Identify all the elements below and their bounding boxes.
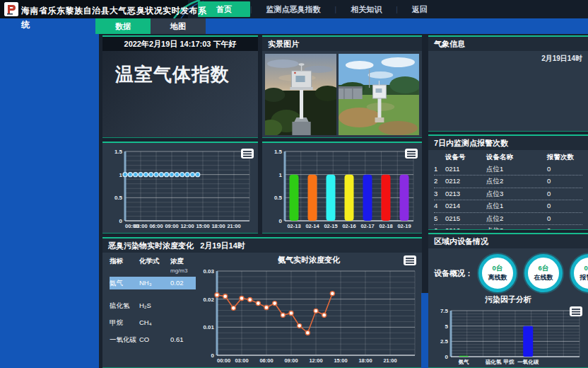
svg-text:0: 0 (211, 352, 215, 359)
svg-text:12:00: 12:00 (180, 223, 194, 229)
svg-text:氨气: 氨气 (458, 359, 470, 365)
alarm-table-row[interactable]: 30213点位30 (434, 188, 582, 201)
svg-text:09:00: 09:00 (284, 357, 298, 364)
alarm-table-row[interactable]: 20212点位20 (434, 176, 582, 188)
nh3-chart-title: 氨气实时浓度变化 (196, 254, 422, 265)
svg-text:15:00: 15:00 (334, 357, 347, 364)
svg-text:0: 0 (119, 218, 123, 224)
odor-title-text: 恶臭污染物实时浓度变化 (108, 241, 194, 250)
odor-col-formula: 化学式 (139, 257, 170, 274)
blue-background-strip (421, 293, 428, 368)
svg-text:02-13: 02-13 (287, 223, 300, 229)
odor-table-header: 指标 化学式 浓度 mg/m3 (110, 257, 196, 274)
odor-table-row[interactable]: 甲烷CH₄ (110, 316, 196, 329)
alarm-table-body: 10211点位1020212点位2030213点位3040214点位105021… (434, 163, 582, 231)
alarm-col-device-id: 设备号 (445, 151, 486, 163)
card-hourly-index-chart: 00.511.500:0003:0006:0009:0012:0015:0018… (102, 142, 258, 234)
weather-time: 2月19日14时 (428, 51, 588, 64)
odor-col-indicator: 指标 (110, 257, 139, 274)
odor-col-value: 浓度 mg/m3 (170, 257, 196, 274)
app-logo (4, 2, 18, 16)
chart-menu-icon[interactable] (404, 255, 416, 265)
card-greenhouse-index: 2022年2月19日 14:17:03 下午好 温室气体指数 (102, 35, 258, 138)
dashboard-panel: 2022年2月19日 14:17:03 下午好 温室气体指数 实景图片 (99, 34, 588, 368)
app-window: 海南省乐东黎族自治县大气恶臭状况实时发布系统 首页 | 监测点恶臭指数 | 相关… (0, 0, 588, 368)
svg-text:一氧化碳: 一氧化碳 (517, 359, 539, 365)
device-overview-label: 设备概况： (434, 268, 473, 279)
alarm-table-row[interactable]: 50215点位20 (434, 213, 582, 226)
svg-text:02-16: 02-16 (342, 223, 355, 229)
svg-text:甲烷: 甲烷 (503, 359, 514, 365)
nav-item-knowledge[interactable]: 相关知识 (336, 1, 396, 17)
odor-table: 指标 化学式 浓度 mg/m3 氨气NH₃0.02硫化氢H₂S甲烷CH₄一氧化碳… (102, 253, 196, 366)
alarm-col-index (434, 151, 445, 163)
photos-card-title: 实景图片 (262, 37, 422, 51)
svg-text:0.03: 0.03 (203, 268, 214, 275)
main-nav: 首页 | 监测点恶臭指数 | 相关知识 | 返回 (198, 1, 442, 17)
alarm-table-row[interactable]: 60216点位30 (434, 225, 582, 230)
svg-text:2.5: 2.5 (440, 338, 449, 345)
left-blue-panel (0, 18, 99, 368)
site-photo-dusk (265, 54, 336, 135)
chart-menu-icon[interactable] (405, 149, 418, 159)
site-photo-day (339, 54, 419, 135)
nav-item-odor-index[interactable]: 监测点恶臭指数 (252, 1, 335, 17)
card-weather-info: 气象信息 2月19日14时 (428, 35, 588, 132)
card-alarm-counts: 7日内监测点报警次数 设备号 设备名称 报警次数 10211点位1020212点… (428, 134, 588, 230)
chart-menu-icon[interactable] (241, 149, 254, 159)
alarm-col-count: 报警次数 (547, 151, 582, 163)
card-daily-index-chart: 00.511.502-1302-1402-1502-1602-1702-1802… (262, 142, 422, 234)
svg-text:12:00: 12:00 (309, 357, 322, 364)
svg-text:02-14: 02-14 (305, 223, 319, 229)
alarm-table-row[interactable]: 10211点位10 (434, 163, 582, 176)
card-odor-concentration: 恶臭污染物实时浓度变化 2月19日14时 指标 化学式 浓度 mg/m3 氨气N… (102, 237, 422, 368)
pollution-chart-title: 污染因子分析 (428, 294, 588, 305)
card-site-photos: 实景图片 (262, 35, 422, 138)
alarm-col-device-name: 设备名称 (486, 151, 547, 163)
alarm-table-header: 设备号 设备名称 报警次数 (434, 151, 582, 163)
photos-body (262, 51, 422, 138)
svg-text:02-17: 02-17 (360, 223, 374, 229)
odor-table-body: 氨气NH₃0.02硫化氢H₂S甲烷CH₄一氧化碳CO0.61 (110, 277, 196, 346)
app-title: 海南省乐东黎族自治县大气恶臭状况实时发布系统 (21, 4, 209, 32)
hourly-index-chart: 00.511.500:0003:0006:0009:0012:0015:0018… (104, 146, 257, 231)
odor-table-row[interactable]: 硫化氢H₂S (110, 299, 196, 312)
pollution-factor-chart: 02.557.5氨气硫化氢甲烷一氧化碳 (430, 305, 587, 367)
alarm-table-row[interactable]: 40214点位10 (434, 200, 582, 213)
svg-text:0: 0 (445, 354, 449, 360)
svg-text:硫化氢: 硫化氢 (486, 359, 502, 365)
alarms-card-title: 7日内监测点报警次数 (428, 136, 588, 150)
greenhouse-index-title: 温室气体指数 (102, 51, 258, 87)
svg-text:03:00: 03:00 (235, 357, 248, 364)
svg-text:09:00: 09:00 (165, 223, 178, 229)
devices-card-title: 区域内设备情况 (428, 234, 588, 248)
svg-text:0.01: 0.01 (203, 324, 214, 330)
daily-index-chart: 00.511.502-1302-1402-1502-1602-1702-1802… (264, 146, 421, 231)
svg-text:03:00: 03:00 (134, 223, 147, 229)
svg-text:15:00: 15:00 (196, 223, 209, 229)
svg-text:0.02: 0.02 (203, 297, 214, 303)
greenhouse-index-body: 温室气体指数 (102, 51, 258, 138)
device-count-circle: 6台在线数 (524, 254, 563, 292)
svg-text:02-19: 02-19 (397, 223, 411, 229)
weather-card-title: 气象信息 (428, 37, 588, 51)
odor-unit-label: mg/m3 (170, 268, 187, 274)
odor-table-row[interactable]: 一氧化碳CO0.61 (110, 333, 196, 346)
svg-text:02-15: 02-15 (324, 223, 337, 229)
device-count-circle: 0台报警数 (570, 254, 588, 292)
nav-item-back[interactable]: 返回 (398, 1, 442, 17)
card-device-status: 区域内设备情况 设备概况： 0台离线数6台在线数0台报警数 污染因子分析 02.… (428, 233, 588, 368)
svg-text:1.5: 1.5 (274, 149, 283, 155)
svg-text:1: 1 (279, 172, 283, 178)
nh3-trend-chart: 00.010.020.0300:0003:0006:0009:0012:0015… (196, 265, 422, 366)
device-count-circle: 0台离线数 (478, 254, 517, 292)
svg-text:1.5: 1.5 (114, 149, 123, 155)
svg-text:00:00: 00:00 (217, 357, 230, 364)
svg-text:0.5: 0.5 (274, 195, 283, 201)
odor-table-row[interactable]: 氨气NH₃0.02 (110, 277, 196, 289)
svg-text:0: 0 (279, 218, 283, 224)
svg-text:21:00: 21:00 (383, 357, 396, 364)
device-overview-row: 设备概况： 0台离线数6台在线数0台报警数 (428, 248, 588, 294)
svg-text:0.5: 0.5 (114, 195, 123, 201)
chart-menu-icon[interactable] (570, 306, 582, 316)
